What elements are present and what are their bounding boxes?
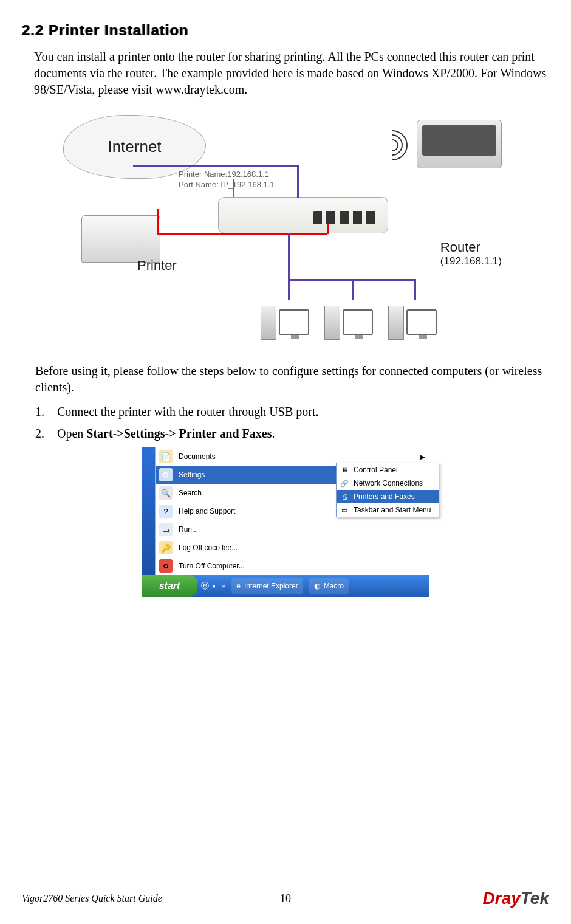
printer-config-text: Printer Name:192.168.1.1 Port Name: IP_1…: [179, 170, 275, 190]
connection-line: [297, 165, 299, 198]
xp-start-menu-screenshot: Windows XP Home Edition 📄Documents▶⚙Sett…: [142, 447, 429, 597]
menu-item-label: Turn Off Computer...: [179, 562, 245, 570]
step-prefix: Open: [57, 427, 86, 440]
quick-launch: ⓔ ▪ »: [201, 581, 225, 591]
submenu-arrow-icon: ▶: [420, 453, 425, 460]
pc-icon: [261, 297, 309, 340]
menu-item-icon: ⭘: [159, 559, 173, 573]
connection-line: [157, 209, 159, 233]
pc-icon: [324, 297, 373, 340]
connection-line: [133, 165, 297, 167]
submenu-item-label: Control Panel: [354, 466, 398, 474]
draytek-logo: DrayTek: [483, 889, 549, 908]
taskbar-app-icon: ◐: [314, 582, 320, 590]
submenu-item-icon: 🔗: [339, 478, 350, 489]
submenu-item-icon: ▭: [339, 505, 350, 515]
step-bold-path: Start->Settings-> Printer and Faxes: [86, 427, 272, 440]
page-footer: Vigor2760 Series Quick Start Guide 10 Dr…: [22, 889, 549, 908]
submenu-item-label: Taskbar and Start Menu: [354, 506, 431, 514]
section-heading: 2.2 Printer Installation: [22, 22, 549, 39]
xp-submenu-item[interactable]: ▭Taskbar and Start Menu: [337, 503, 439, 517]
wifi-icon: [377, 130, 408, 160]
logo-dray: Dray: [483, 889, 521, 908]
cmd-quick-icon[interactable]: ▪: [213, 582, 216, 591]
ie-quick-icon[interactable]: ⓔ: [201, 581, 209, 591]
taskbar-app-icon: e: [236, 582, 241, 590]
menu-item-icon: 📄: [159, 450, 173, 463]
start-button[interactable]: start: [142, 575, 197, 597]
instruction-paragraph: Before using it, please follow the steps…: [35, 363, 549, 396]
printer-label: Printer: [137, 258, 177, 274]
menu-item-label: Documents: [179, 452, 216, 461]
taskbar-app-label: Macro: [324, 582, 344, 590]
xp-sidebar-text: Windows XP Home Edition: [134, 470, 143, 570]
port-name-text: Port Name: IP_192.168.1.1: [179, 180, 275, 190]
step-item: 1. Connect the printer with the router t…: [35, 403, 549, 420]
xp-menu-item[interactable]: 🔑Log Off coco lee...: [156, 539, 429, 557]
submenu-item-icon: 🖨: [339, 491, 350, 502]
menu-item-label: Log Off coco lee...: [179, 543, 238, 552]
menu-item-label: Settings: [179, 471, 205, 479]
menu-item-icon: ▭: [159, 523, 173, 536]
step-text: Open Start->Settings-> Printer and Faxes…: [57, 425, 549, 442]
printer-name-text: Printer Name:192.168.1.1: [179, 170, 275, 180]
xp-submenu-item[interactable]: 🔗Network Connections: [337, 477, 439, 490]
step-text: Connect the printer with the router thro…: [57, 403, 549, 420]
xp-menu-item[interactable]: ▭Run...: [156, 520, 429, 539]
intro-paragraph: You can install a printer onto the route…: [34, 49, 549, 98]
router-label-group: Router (192.168.1.1): [440, 240, 502, 267]
steps-list: 1. Connect the printer with the router t…: [35, 403, 549, 442]
quick-launch-chevron-icon[interactable]: »: [222, 582, 226, 590]
menu-item-icon: ?: [159, 505, 173, 518]
menu-item-label: Help and Support: [179, 507, 235, 515]
submenu-item-icon: 🖥: [339, 464, 350, 475]
logo-tek: Tek: [521, 889, 549, 908]
taskbar-app-label: Internet Explorer: [244, 582, 298, 590]
submenu-item-label: Network Connections: [354, 479, 423, 488]
router-icon: [218, 197, 388, 233]
taskbar-app[interactable]: ◐Macro: [309, 578, 349, 594]
xp-settings-submenu: 🖥Control Panel🔗Network Connections🖨Print…: [336, 463, 439, 517]
menu-item-icon: 🔑: [159, 541, 173, 554]
submenu-item-label: Printers and Faxes: [354, 492, 415, 501]
step-number: 1.: [35, 403, 57, 420]
xp-menu-item[interactable]: ⭘Turn Off Computer...: [156, 557, 429, 575]
printer-icon: [81, 215, 160, 263]
step-item: 2. Open Start->Settings-> Printer and Fa…: [35, 425, 549, 442]
connection-line: [288, 233, 290, 279]
xp-sidebar: Windows XP Home Edition: [142, 447, 155, 575]
menu-item-label: Search: [179, 489, 202, 497]
connection-line: [157, 233, 327, 235]
menu-item-icon: ⚙: [159, 468, 173, 481]
router-ip: (192.168.1.1): [440, 255, 502, 267]
page-number: 10: [280, 892, 291, 905]
step-number: 2.: [35, 425, 57, 442]
pc-icon: [388, 297, 437, 340]
step-suffix: .: [272, 427, 275, 440]
xp-taskbar: start ⓔ ▪ » eInternet Explorer◐Macro: [142, 575, 429, 597]
connection-line: [327, 224, 329, 234]
network-diagram: Internet Printer Name:192.168.1.1 Port N…: [63, 109, 508, 352]
laptop-icon: [417, 120, 502, 168]
taskbar-app[interactable]: eInternet Explorer: [231, 578, 303, 594]
xp-submenu-item[interactable]: 🖥Control Panel: [337, 463, 439, 477]
menu-item-icon: 🔍: [159, 486, 173, 500]
footer-title: Vigor2760 Series Quick Start Guide: [22, 893, 162, 904]
menu-item-label: Run...: [179, 525, 198, 534]
xp-submenu-item[interactable]: 🖨Printers and Faxes: [337, 490, 439, 503]
router-label: Router: [440, 240, 502, 255]
taskbar-apps: eInternet Explorer◐Macro: [225, 578, 349, 594]
